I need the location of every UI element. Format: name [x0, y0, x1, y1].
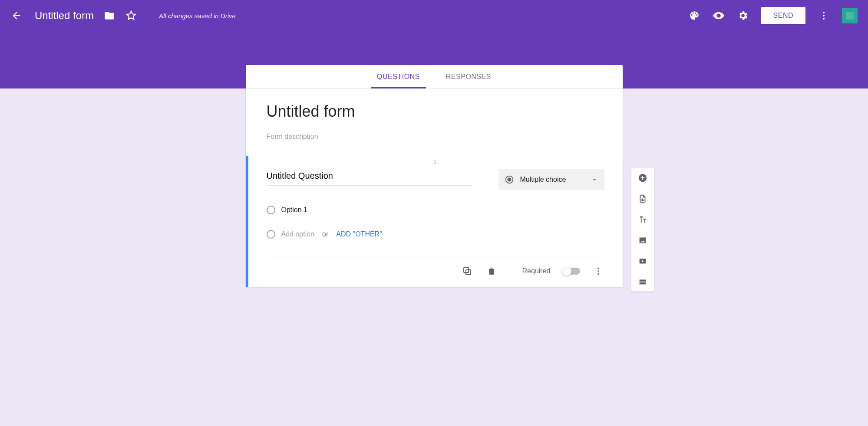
add-option-row: Add option or ADD "OTHER": [267, 230, 604, 239]
form-title-input[interactable]: Untitled form: [267, 102, 602, 133]
delete-icon[interactable]: [485, 265, 498, 277]
palette-icon[interactable]: [688, 10, 700, 22]
more-menu-icon[interactable]: [818, 10, 830, 22]
avatar[interactable]: [842, 8, 858, 23]
form-editor: QUESTIONS RESPONSES Untitled form Form d…: [246, 65, 623, 287]
or-label: or: [322, 230, 328, 238]
dropdown-arrow-icon: [591, 176, 598, 184]
preview-eye-icon[interactable]: [713, 10, 725, 22]
add-video-icon[interactable]: [637, 255, 649, 267]
question-more-icon[interactable]: [592, 265, 604, 277]
question-title-input[interactable]: [267, 169, 472, 186]
topbar: Untitled form All changes saved in Drive…: [0, 0, 868, 31]
add-title-icon[interactable]: [637, 213, 649, 226]
form-description-input[interactable]: Form description: [267, 133, 602, 141]
drag-handle-icon[interactable]: ⠿: [433, 160, 438, 166]
star-icon[interactable]: [125, 10, 137, 22]
svg-point-9: [597, 273, 599, 275]
svg-point-0: [823, 12, 825, 13]
question-footer: Required: [267, 256, 604, 278]
radio-empty-icon: [267, 206, 275, 214]
settings-gear-icon[interactable]: [737, 10, 749, 22]
send-button[interactable]: SEND: [761, 7, 805, 24]
tool-rail: [631, 168, 654, 292]
required-toggle[interactable]: [563, 268, 580, 275]
duplicate-icon[interactable]: [461, 265, 473, 277]
radio-checked-icon: [505, 175, 514, 184]
page-title[interactable]: Untitled form: [35, 10, 94, 22]
add-section-icon[interactable]: [637, 276, 649, 288]
svg-point-7: [597, 268, 599, 269]
tabs: QUESTIONS RESPONSES: [246, 65, 623, 88]
svg-point-8: [597, 270, 599, 272]
import-questions-icon[interactable]: [637, 193, 649, 205]
divider: [510, 264, 510, 278]
option-row: Option 1: [267, 206, 604, 214]
radio-empty-icon: [267, 230, 275, 239]
tab-responses[interactable]: RESPONSES: [446, 65, 491, 88]
svg-point-2: [823, 18, 825, 20]
form-header-card: QUESTIONS RESPONSES Untitled form Form d…: [246, 65, 623, 156]
svg-rect-11: [639, 280, 646, 282]
question-card: ⠿ Multiple choice Option 1 Add option or…: [246, 156, 623, 287]
svg-point-1: [823, 15, 825, 16]
folder-icon[interactable]: [103, 10, 116, 22]
required-label: Required: [522, 267, 551, 275]
tab-questions[interactable]: QUESTIONS: [377, 65, 420, 88]
svg-point-4: [507, 177, 511, 181]
add-question-icon[interactable]: [637, 172, 649, 184]
add-image-icon[interactable]: [637, 234, 649, 246]
back-arrow-icon[interactable]: [10, 10, 23, 22]
question-type-label: Multiple choice: [520, 176, 566, 184]
add-other-button[interactable]: ADD "OTHER": [336, 230, 382, 238]
option-label[interactable]: Option 1: [281, 206, 307, 214]
save-status: All changes saved in Drive: [159, 12, 236, 20]
add-option-input[interactable]: Add option: [281, 230, 315, 238]
svg-rect-12: [639, 282, 646, 285]
question-type-select[interactable]: Multiple choice: [498, 169, 604, 190]
